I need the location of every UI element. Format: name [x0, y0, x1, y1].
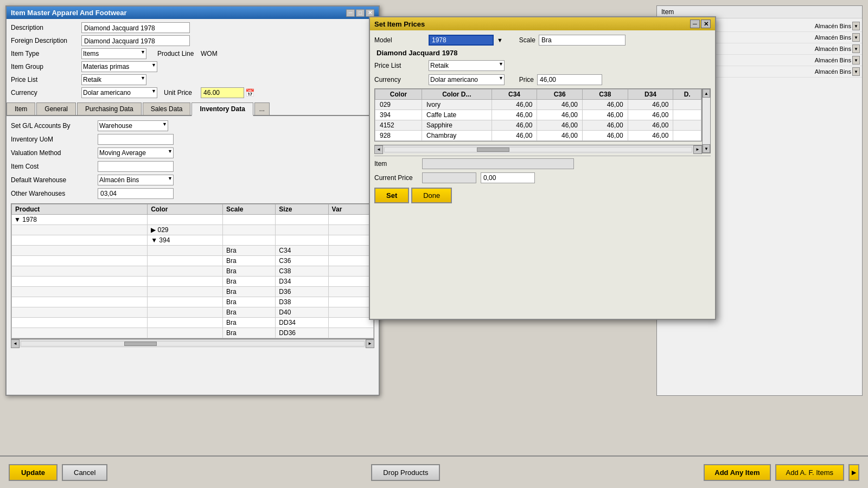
valuation-method-row: Valuation Method Moving Average — [11, 147, 374, 158]
dialog-currency-select[interactable]: Dolar americano — [429, 74, 505, 85]
product-cell-color — [148, 256, 223, 266]
price-grid-row[interactable]: 394Caffe Late46,0046,0046,0046,00 — [375, 110, 701, 120]
pgrid-hscroll-thumb[interactable] — [477, 147, 509, 152]
current-price-input[interactable] — [481, 172, 535, 183]
product-cell-color — [148, 215, 223, 225]
set-button[interactable]: Set — [374, 188, 409, 203]
dialog-close-btn[interactable]: ✕ — [701, 20, 711, 28]
right-panel-dropdown-btn[interactable]: ▼ — [852, 33, 860, 42]
unit-price-calendar-icon[interactable]: 📅 — [245, 88, 254, 97]
drop-products-button[interactable]: Drop Products — [371, 464, 440, 481]
right-panel-dropdown-btn[interactable]: ▼ — [852, 44, 860, 53]
product-table-hscrollbar[interactable]: ◄ ► — [11, 339, 374, 348]
minimize-btn[interactable]: ─ — [346, 9, 355, 17]
add-arrow-button[interactable]: ▶ — [848, 464, 859, 481]
gl-accounts-select[interactable]: Warehouse — [98, 120, 168, 131]
price-grid-cell-d34: 46,00 — [628, 120, 673, 131]
item-type-select-wrapper: Items — [81, 48, 146, 59]
product-cell-scale: Bra — [223, 307, 276, 318]
hscroll-thumb[interactable] — [124, 342, 157, 346]
scale-input[interactable] — [539, 35, 626, 46]
right-panel-dropdown-btn[interactable]: ▼ — [852, 67, 860, 76]
hscroll-right-btn[interactable]: ► — [366, 339, 374, 348]
vscroll-down-btn[interactable]: ▼ — [703, 144, 710, 153]
scale-label: Scale — [506, 36, 539, 44]
product-line-label: Product Line — [146, 50, 201, 57]
add-af-items-button[interactable]: Add A. F. Items — [775, 464, 844, 481]
cancel-button[interactable]: Cancel — [62, 464, 107, 481]
dialog-item-input[interactable] — [422, 158, 574, 169]
item-type-select[interactable]: Items — [81, 48, 146, 59]
gl-accounts-row: Set G/L Accounts By Warehouse — [11, 120, 374, 131]
done-button[interactable]: Done — [411, 188, 452, 203]
product-table-row[interactable]: BraC38 — [12, 266, 374, 277]
product-table-row[interactable]: BraD34 — [12, 277, 374, 287]
gl-accounts-label: Set G/L Accounts By — [11, 122, 98, 130]
close-btn[interactable]: ✕ — [366, 9, 374, 17]
model-input[interactable] — [429, 35, 494, 46]
tab-item[interactable]: Item — [7, 102, 35, 115]
right-panel-dropdown-btn[interactable]: ▼ — [852, 22, 860, 30]
current-price-prev-input[interactable] — [422, 172, 476, 183]
dialog-pricelist-select[interactable]: Retaik — [429, 60, 505, 71]
foreign-desc-input[interactable]: Diamond Jacquard 1978 — [81, 35, 190, 46]
unit-price-input[interactable]: 46.00 — [201, 87, 244, 98]
dialog-item-label: Item — [374, 160, 418, 168]
product-table-row[interactable]: ▶ 029 — [12, 225, 374, 235]
price-list-select[interactable]: Retaik — [81, 74, 146, 85]
price-grid-row[interactable]: 4152Sapphire46,0046,0046,0046,00 — [375, 120, 701, 131]
tab-extra[interactable]: ... — [254, 102, 270, 115]
item-group-select-wrapper: Materias primas — [81, 61, 157, 72]
price-grid-vscrollbar[interactable]: ▲ ▼ — [702, 88, 711, 153]
price-grid-cell-c36: 46,00 — [537, 100, 583, 110]
default-warehouse-select-wrapper: Almacén Bins — [98, 175, 174, 185]
right-panel-dropdown-btn[interactable]: ▼ — [852, 56, 860, 65]
product-table-row[interactable]: BraD40 — [12, 307, 374, 318]
price-grid-cell-c38: 46,00 — [583, 120, 628, 131]
default-warehouse-select[interactable]: Almacén Bins — [98, 175, 174, 185]
product-table-row[interactable]: BraD36 — [12, 287, 374, 297]
product-cell-var — [328, 225, 373, 235]
product-table-row[interactable]: ▼ 1978 — [12, 215, 374, 225]
product-table-row[interactable]: BraC34 — [12, 246, 374, 256]
add-any-item-button[interactable]: Add Any Item — [704, 464, 770, 481]
hscroll-left-btn[interactable]: ◄ — [11, 339, 20, 348]
pgrid-hscroll-right-btn[interactable]: ► — [693, 145, 702, 154]
currency-select[interactable]: Dolar americano — [81, 87, 157, 98]
valuation-select[interactable]: Moving Average — [98, 147, 174, 158]
vscroll-up-btn[interactable]: ▲ — [703, 89, 710, 98]
maximize-btn[interactable]: □ — [356, 9, 365, 17]
price-grid-hscrollbar[interactable]: ◄ ► — [374, 145, 702, 153]
product-table-row[interactable]: ▼ 394 — [12, 235, 374, 246]
product-table-row[interactable]: BraC36 — [12, 256, 374, 266]
item-group-select[interactable]: Materias primas — [81, 61, 157, 72]
price-grid-cell-c38: 46,00 — [583, 131, 628, 141]
inventory-uom-input[interactable] — [98, 134, 174, 145]
pgrid-hscroll-left-btn[interactable]: ◄ — [374, 145, 383, 154]
update-button[interactable]: Update — [9, 464, 58, 481]
item-cost-input[interactable] — [98, 161, 174, 172]
product-cell-var — [328, 266, 373, 277]
tab-purchasing[interactable]: Purchasing Data — [77, 102, 142, 115]
price-grid-cell-name: Caffe Late — [422, 110, 492, 120]
valuation-method-label: Valuation Method — [11, 149, 98, 157]
currency-row: Currency Dolar americano Unit Price 46.0… — [11, 87, 374, 98]
description-row: Description Diamond Jacquard 1978 — [11, 22, 374, 33]
product-cell-scale: Bra — [223, 328, 276, 338]
model-dropdown-btn[interactable]: ▼ — [497, 37, 503, 43]
product-cell-var — [328, 215, 373, 225]
price-grid-cell-name: Ivory — [422, 100, 492, 110]
other-warehouses-input[interactable] — [98, 188, 174, 199]
price-input[interactable] — [537, 74, 602, 85]
product-table-row[interactable]: BraDD36 — [12, 328, 374, 338]
product-cell-size: DD34 — [276, 318, 328, 328]
tab-inventory[interactable]: Inventory Data — [192, 102, 253, 116]
price-grid-row[interactable]: 928Chambray46,0046,0046,0046,00 — [375, 131, 701, 141]
description-input[interactable]: Diamond Jacquard 1978 — [81, 22, 190, 33]
price-grid-row[interactable]: 029Ivory46,0046,0046,0046,00 — [375, 100, 701, 110]
dialog-minimize-btn[interactable]: ─ — [690, 20, 700, 28]
tab-sales[interactable]: Sales Data — [143, 102, 191, 115]
product-table-row[interactable]: BraDD34 — [12, 318, 374, 328]
tab-general[interactable]: General — [36, 102, 76, 115]
product-table-row[interactable]: BraD38 — [12, 297, 374, 307]
